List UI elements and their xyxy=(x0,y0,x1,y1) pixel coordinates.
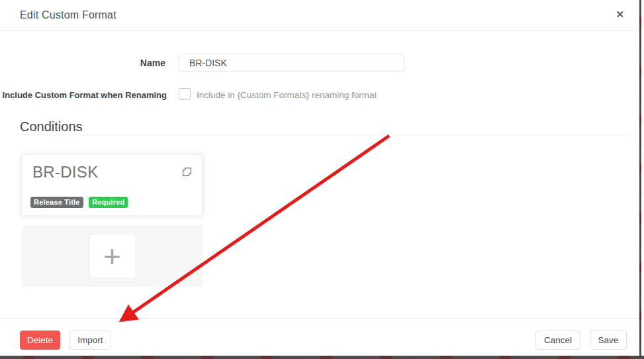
close-icon[interactable]: ✕ xyxy=(616,9,624,21)
tag-release-title: Release Title xyxy=(30,197,83,208)
add-condition-card: + xyxy=(22,225,203,287)
include-renaming-label: Include Custom Format when Renaming xyxy=(0,90,167,100)
conditions-heading: Conditions xyxy=(20,119,83,134)
condition-card-title: BR-DISK xyxy=(32,163,98,181)
name-label: Name xyxy=(0,58,165,68)
conditions-divider xyxy=(20,134,629,135)
backdrop-edge-bottom xyxy=(0,356,644,359)
backdrop-edge-right xyxy=(639,0,641,359)
condition-card[interactable]: BR-DISK Release Title Required xyxy=(22,154,203,216)
page-title: Edit Custom Format xyxy=(20,9,116,21)
import-button[interactable]: Import xyxy=(69,331,111,350)
name-input[interactable] xyxy=(179,54,404,72)
modal-header: Edit Custom Format ✕ xyxy=(0,0,639,31)
save-button[interactable]: Save xyxy=(590,331,627,350)
delete-button[interactable]: Delete xyxy=(20,331,60,350)
footer-divider xyxy=(0,318,639,319)
plus-icon: + xyxy=(103,241,121,272)
add-condition-button[interactable]: + xyxy=(89,234,136,278)
condition-tags: Release Title Required xyxy=(30,195,130,208)
include-renaming-help: Include in {Custom Formats} renaming for… xyxy=(197,90,377,100)
include-renaming-checkbox[interactable] xyxy=(179,88,191,100)
clone-icon[interactable] xyxy=(183,168,191,176)
tag-required: Required xyxy=(89,197,128,208)
cancel-button[interactable]: Cancel xyxy=(535,331,580,350)
